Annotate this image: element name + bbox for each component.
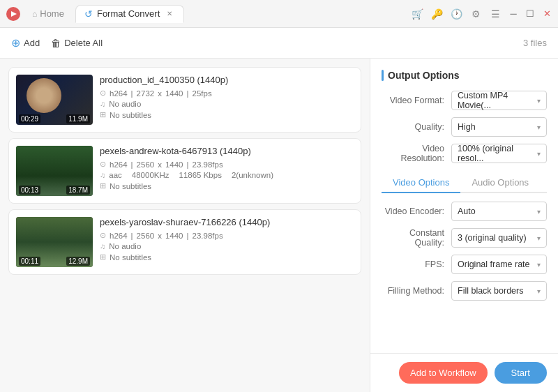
app-logo [6,6,21,22]
subtitle-meta: ⊞ No subtitles [100,252,354,262]
constant-quality-select[interactable]: 3 (original quality) ▾ [451,228,547,248]
toolbar-left: ⊕ Add 🗑 Delete All [11,36,103,50]
thumb-overlay: 00:13 18.7M [16,184,93,196]
subtitle-icon: ⊞ [100,252,106,262]
height: 1440 [165,160,183,169]
file-name: production_id_4100350 (1440p) [100,75,354,85]
options-panel: Output Options Video Format: Custom MP4 … [370,59,558,392]
fill-method-value: Fill black borders [458,286,523,296]
cart-icon[interactable]: 🛒 [410,7,424,21]
home-icon: ⌂ [32,9,37,19]
file-info: pexels-yaroslav-shuraev-7166226 (1440p) … [100,217,354,262]
file-name: pexels-andrew-kota-6467913 (1440p) [100,146,354,156]
constant-quality-value: 3 (original quality) [458,233,527,243]
thumb-size: 12.9M [66,257,90,266]
chevron-down-icon: ▾ [537,150,541,158]
resolution-select[interactable]: 100% (original resol... ▾ [451,144,547,163]
gear-icon[interactable]: ⚙ [469,7,483,21]
maximize-button[interactable]: ☐ [525,8,536,20]
quality-row: Quality: High ▾ [382,117,547,137]
encoder-row: Video Encoder: Auto ▾ [382,202,547,221]
clock-icon[interactable]: 🕐 [449,7,463,21]
home-tab[interactable]: ⌂ Home [24,6,73,22]
file-meta: ⊙ h264 | 2732 x 1440 | 25fps ♫ No audio [100,89,354,119]
file-list: 00:29 11.9M production_id_4100350 (1440p… [0,59,370,392]
video-meta: ⊙ h264 | 2560 x 1440 | 23.98fps [100,160,354,169]
main-content: 00:29 11.9M production_id_4100350 (1440p… [0,59,558,392]
delete-icon: 🗑 [51,38,61,49]
audio-icon: ♫ [100,100,105,108]
delete-all-button[interactable]: 🗑 Delete All [51,38,103,49]
video-meta: ⊙ h264 | 2560 x 1440 | 23.98fps [100,231,354,240]
width: 2560 [137,232,155,240]
tab-audio-options[interactable]: Audio Options [460,173,540,192]
height: 1440 [165,89,183,98]
add-label: Add [24,38,40,48]
file-meta: ⊙ h264 | 2560 x 1440 | 23.98fps ♫ aac 48… [100,160,354,190]
quality-label: Quality: [382,122,451,132]
file-thumbnail: 00:13 18.7M [16,146,93,196]
audio-codec: aac [109,171,122,179]
format-convert-tab[interactable]: ↺ Format Convert ✕ [75,5,184,23]
tab-close-button[interactable]: ✕ [164,8,175,20]
audio-icon: ♫ [100,242,105,250]
video-icon: ⊙ [100,160,106,169]
video-format-row: Video Format: Custom MP4 Movie(... ▾ [382,91,547,110]
audio: No audio [109,100,141,108]
file-item: 00:29 11.9M production_id_4100350 (1440p… [8,67,361,133]
fill-method-select[interactable]: Fill black borders ▾ [451,281,547,301]
video-icon: ⊙ [100,89,106,98]
menu-icon[interactable]: ☰ [488,7,502,21]
audio-rate: 48000KHz [132,171,169,179]
audio-icon: ♫ [100,171,105,179]
audio-channel: 2(unknown) [232,171,273,179]
footer-buttons: Add to Workflow Start [370,353,558,392]
minimize-button[interactable]: ─ [508,8,519,20]
resolution-row: Video Resolution: 100% (original resol..… [382,144,547,163]
subtitle-icon: ⊞ [100,181,106,190]
video-format-select[interactable]: Custom MP4 Movie(... ▾ [451,91,547,110]
output-options-title: Output Options [382,70,547,81]
fps-label: FPS: [382,259,451,269]
fps: 25fps [193,89,212,98]
width: 2732 [137,89,155,98]
thumb-duration: 00:11 [19,257,40,266]
thumb-overlay: 00:29 11.9M [16,113,93,125]
encoder-value: Auto [458,206,476,216]
start-button[interactable]: Start [495,362,547,384]
fps-value: Original frame rate [458,259,530,269]
fps-row: FPS: Original frame rate ▾ [382,255,547,274]
add-to-workflow-button[interactable]: Add to Workflow [399,362,487,384]
add-button[interactable]: ⊕ Add [11,36,40,50]
subtitle-meta: ⊞ No subtitles [100,110,354,119]
width: 2560 [137,160,155,169]
file-item: 00:13 18.7M pexels-andrew-kota-6467913 (… [8,138,361,204]
titlebar-left: ⌂ Home ↺ Format Convert ✕ [6,5,184,23]
tab-label: Format Convert [97,8,160,19]
audio-meta: ♫ No audio [100,242,354,250]
chevron-down-icon: ▾ [537,97,541,105]
section-title-text: Output Options [388,70,460,81]
key-icon[interactable]: 🔑 [430,7,444,21]
toolbar: ⊕ Add 🗑 Delete All 3 files [0,28,558,59]
file-thumbnail: 00:29 11.9M [16,75,93,125]
audio-meta: ♫ aac 48000KHz 11865 Kbps 2(unknown) [100,171,354,179]
tab-video-options[interactable]: Video Options [382,173,460,193]
height: 1440 [165,232,183,240]
file-thumbnail: 00:11 12.9M [16,217,93,267]
chevron-down-icon: ▾ [537,287,541,295]
thumb-size: 18.7M [66,186,90,195]
video-meta: ⊙ h264 | 2732 x 1440 | 25fps [100,89,354,98]
file-info: production_id_4100350 (1440p) ⊙ h264 | 2… [100,75,354,119]
fps-select[interactable]: Original frame rate ▾ [451,255,547,274]
codec: h264 [110,160,128,169]
file-name: pexels-yaroslav-shuraev-7166226 (1440p) [100,217,354,227]
constant-quality-row: Constant Quality: 3 (original quality) ▾ [382,228,547,248]
home-label: Home [40,8,64,19]
subtitles: No subtitles [110,182,151,190]
titlebar: ⌂ Home ↺ Format Convert ✕ 🛒 🔑 🕐 ⚙ ☰ ─ ☐ … [0,0,558,28]
quality-select[interactable]: High ▾ [451,117,547,137]
encoder-select[interactable]: Auto ▾ [451,202,547,221]
chevron-down-icon: ▾ [537,261,541,269]
window-close-button[interactable]: ✕ [541,8,552,20]
